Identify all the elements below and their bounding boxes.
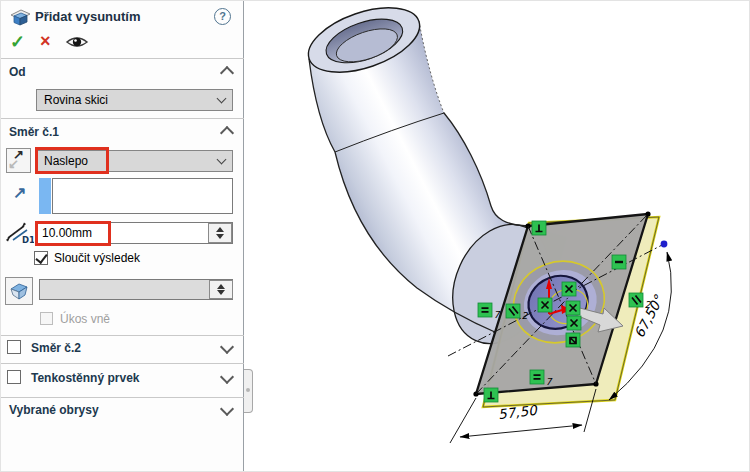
reverse-direction-button[interactable]: ↗ ↙ xyxy=(6,148,31,173)
merge-result-label: Sloučit výsledek xyxy=(54,251,140,265)
constraint-badge-perpendicular[interactable] xyxy=(532,221,546,235)
from-dropdown[interactable]: Rovina skici xyxy=(36,89,233,111)
chevron-up-icon[interactable] xyxy=(220,66,234,80)
panel-title: Přidat vysunutím xyxy=(35,9,140,24)
constraint-badge-parallel[interactable]: 2 xyxy=(629,293,652,310)
solidworks-window: Přidat vysunutím ? ✓ × Od Rovina skici S… xyxy=(0,0,750,472)
extruded-boss-icon xyxy=(8,7,32,27)
draft-button[interactable] xyxy=(5,277,33,305)
merge-result-checkbox[interactable] xyxy=(34,251,48,265)
direction-selection-box[interactable] xyxy=(52,178,233,214)
constraint-badge-count: 7 xyxy=(546,376,553,387)
thin-feature-checkbox[interactable] xyxy=(7,370,21,384)
arrow-down-left-icon: ↙ xyxy=(8,156,19,171)
from-section-label: Od xyxy=(9,65,26,79)
thin-section-label: Tenkostěnný prvek xyxy=(31,371,139,385)
help-icon[interactable]: ? xyxy=(214,8,231,25)
dir2-section-label: Směr č.2 xyxy=(31,341,81,355)
preview-eye-icon[interactable] xyxy=(65,34,89,50)
cancel-button[interactable]: × xyxy=(40,31,51,52)
draft-angle-spinner[interactable] xyxy=(209,280,233,299)
divider xyxy=(1,58,244,59)
constraint-badge-coincident[interactable] xyxy=(538,298,552,312)
depth-d1-icon: D1 xyxy=(4,222,34,244)
constraint-badge-pierce[interactable] xyxy=(566,333,580,347)
constraint-badge-count: 2 xyxy=(645,299,652,310)
property-manager-panel: Přidat vysunutím ? ✓ × Od Rovina skici S… xyxy=(1,1,244,472)
chevron-down-icon xyxy=(217,94,227,104)
dir1-section-label: Směr č.1 xyxy=(9,125,59,139)
from-dropdown-value: Rovina skici xyxy=(44,93,218,107)
chevron-down-icon xyxy=(217,155,227,165)
divider xyxy=(1,335,244,336)
depth-spinner[interactable] xyxy=(208,223,232,243)
constraint-badge-coincident[interactable] xyxy=(567,316,581,330)
draft-icon xyxy=(6,278,32,304)
depth-input[interactable]: 10.00mm xyxy=(36,222,233,244)
constraint-badge-coincident[interactable] xyxy=(566,301,580,315)
direction-arrow-icon: ↗ xyxy=(13,183,26,202)
end-condition-value: Naslepo xyxy=(44,154,218,168)
draft-outward-label: Úkos vně xyxy=(60,312,110,326)
constraint-badge-horizontal[interactable] xyxy=(612,255,626,269)
divider xyxy=(1,118,244,119)
dimension-line xyxy=(460,425,582,437)
confirm-button[interactable]: ✓ xyxy=(10,31,25,53)
chevron-down-icon[interactable] xyxy=(220,370,234,384)
d1-icon-label: D1 xyxy=(22,235,34,244)
draft-angle-input[interactable] xyxy=(39,279,233,300)
divider xyxy=(1,363,244,364)
draft-outward-checkbox xyxy=(40,312,53,325)
constraint-badge-perpendicular[interactable] xyxy=(484,388,498,402)
constraint-badge-count: 7 xyxy=(494,309,501,320)
chevron-down-icon[interactable] xyxy=(220,402,234,416)
constraint-badge-count: 2 xyxy=(522,310,529,321)
chevron-up-icon[interactable] xyxy=(220,126,234,140)
constraint-badge-coincident[interactable] xyxy=(562,282,576,296)
chevron-down-icon[interactable] xyxy=(220,340,234,354)
contours-section-label: Vybrané obrysy xyxy=(9,403,99,417)
end-condition-dropdown[interactable]: Naslepo xyxy=(36,150,233,172)
divider xyxy=(1,397,244,398)
graphics-area[interactable]: 57,50 67,50° 7722 xyxy=(244,1,750,472)
selected-sketch-point[interactable] xyxy=(661,241,668,248)
selection-color-bar xyxy=(39,178,51,214)
dir2-checkbox[interactable] xyxy=(7,340,21,354)
depth-value: 10.00mm xyxy=(42,226,92,240)
